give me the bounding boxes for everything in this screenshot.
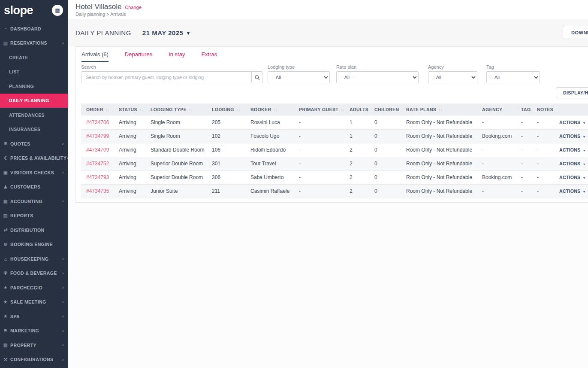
sidebar-item-food-beverage[interactable]: ΨFOOD & BEVERAGE› [0,266,68,281]
cell-lodging: 211 [207,184,245,198]
cell-lodging: 205 [207,116,245,129]
order-link[interactable]: #4734706 [86,119,109,125]
cell-lodging_type: Junior Suite [145,184,207,198]
sidebar-item-daily-planning[interactable]: DAILY PLANNING [0,94,68,108]
sidebar-item-reservations[interactable]: ▤RESERVATIONS› [0,36,68,51]
cell-tag: - [516,129,532,143]
slope-logo: slope [4,5,33,16]
sidebar-item-label: INSURANCES [9,127,40,132]
tab-arrivals-6[interactable]: Arrivals (6) [81,51,109,62]
tag-select[interactable]: -- All -- [486,71,540,83]
tag-filter-group: Tag-- All -- [486,64,540,83]
column-header-adults: ADULTS [344,103,369,116]
tab-departures[interactable]: Departures [125,51,152,62]
tag-label: Tag [486,64,540,70]
lodging-type-select[interactable]: -- All -- [268,71,330,83]
sidebar-item-marketing[interactable]: ⚑MARKETING› [0,324,68,338]
sidebar-item-insurances[interactable]: INSURANCES [0,122,68,137]
cell-order: #4734799 [81,129,114,143]
sidebar-item-parcheggio[interactable]: ★PARCHEGGIO› [0,280,68,295]
row-actions-button[interactable]: ACTIONS ▾ [559,175,585,180]
rate-plan-select[interactable]: -- All -- [336,71,419,83]
cell-agency: - [477,116,516,129]
order-link[interactable]: #4734799 [86,133,109,139]
column-header-booker[interactable]: BOOKER↑↓ [245,103,294,116]
order-link[interactable]: #4734735 [86,188,109,194]
sidebar-item-sale-meeting[interactable]: ★SALE MEETING› [0,295,68,310]
order-link[interactable]: #4734793 [86,174,109,180]
sidebar-item-reports[interactable]: ▥REPORTS [0,209,68,223]
sidebar-item-property[interactable]: ▦PROPERTY› [0,338,68,353]
sidebar-item-accounting[interactable]: ▦ACCOUNTING› [0,194,68,209]
cell-actions: ACTIONS ▾ [554,129,588,143]
sidebar-item-customers[interactable]: ♟CUSTOMERS [0,180,68,195]
column-header-lodging[interactable]: LODGING↑↓ [207,103,245,116]
caret-down-icon: ▼ [186,30,190,36]
tab-extras[interactable]: Extras [201,51,217,62]
row-actions-button[interactable]: ACTIONS ▾ [559,134,585,139]
search-button[interactable] [252,71,262,83]
search-input[interactable] [81,71,252,83]
prices-availability-icon: € [2,155,9,161]
row-actions-button[interactable]: ACTIONS ▾ [559,189,585,194]
cell-agency: Booking.com [477,129,516,143]
sidebar-item-label: PROPERTY [10,343,36,348]
row-actions-button[interactable]: ACTIONS ▾ [559,161,585,166]
column-header-order[interactable]: ORDER↑↓ [81,103,114,116]
sort-arrows-icon: ↑↓ [189,108,193,112]
caret-down-icon: ▾ [582,149,585,152]
cell-actions: ACTIONS ▾ [554,170,588,184]
column-header-rate_plans[interactable]: RATE PLANS↑↓ [401,103,477,116]
sort-arrows-icon: ↑↓ [274,108,278,112]
column-header-lodging_type[interactable]: LODGING TYPE↑↓ [145,103,207,116]
chevron-right-icon: › [62,328,64,333]
row-actions-button[interactable]: ACTIONS ▾ [559,120,585,125]
chevron-right-icon: › [62,285,64,290]
sidebar-item-distribution[interactable]: ⇄DISTRIBUTION [0,223,68,237]
column-header-status[interactable]: STATUS↑↓ [114,103,145,116]
sidebar-item-visitors-checks[interactable]: ▣VISITORS CHECKS› [0,165,68,180]
sidebar-item-label: VISITORS CHECKS [10,170,54,175]
sidebar-item-booking-engine[interactable]: ⚙BOOKING ENGINE [0,237,68,252]
column-header-actions [554,103,588,116]
sidebar-item-configurations[interactable]: ⚒CONFIGURATIONS› [0,353,68,367]
sidebar-item-prices-availability[interactable]: €PRICES & AVAILABILITY› [0,151,68,166]
cell-notes: - [532,116,554,129]
sidebar-item-housekeeping[interactable]: ⌂HOUSEKEEPING› [0,252,68,266]
sidebar-item-create[interactable]: CREATE [0,50,68,65]
column-header-primary_guest[interactable]: PRIMARY GUEST↑↓ [294,103,344,116]
download-button[interactable]: DOWNLOAD [563,26,588,39]
sidebar-item-quotes[interactable]: ✱QUOTES› [0,137,68,151]
sidebar-item-label: DAILY PLANNING [9,98,49,103]
top-header: Hotel Villasole Change Daily planning > … [68,0,588,19]
sidebar-item-dashboard[interactable]: ◔DASHBOARD [0,21,68,36]
sidebar-item-list[interactable]: LIST [0,65,68,79]
cell-adults: 1 [344,129,369,143]
cell-status: Arriving [114,157,145,170]
cell-lodging_type: Superior Double Room [145,157,207,170]
agency-select[interactable]: -- All -- [428,71,477,83]
sidebar-item-attendances[interactable]: ATTENDANCES [0,108,68,122]
cell-notes: - [532,157,554,170]
tab-in-stay[interactable]: In stay [169,51,185,62]
sort-arrows-icon: ↑↓ [106,108,110,112]
calendar-button[interactable]: ▦ [52,5,63,16]
table-body: #4734706ArrivingSingle Room205Rossini Lu… [81,116,588,198]
cell-adults: 2 [344,157,369,170]
display-hide-columns-button[interactable]: DISPLAY/HIDE [556,87,588,98]
arrivals-table-wrap: ORDER↑↓STATUS↑↓LODGING TYPE↑↓LODGING↑↓BO… [81,103,588,198]
chevron-down-icon: › [60,42,65,44]
cell-order: #4734706 [81,116,114,129]
row-actions-button[interactable]: ACTIONS ▾ [559,147,585,152]
caret-down-icon: ▾ [582,176,585,180]
cell-rate_plans: Room Only - Not Refundable [401,184,477,198]
date-picker[interactable]: 21 MAY 2025 ▼ [142,29,190,36]
cell-notes: - [532,143,554,157]
sidebar-item-spa[interactable]: ★SPA› [0,309,68,324]
order-link[interactable]: #4734709 [86,147,109,153]
order-link[interactable]: #4734752 [86,161,109,167]
change-property-link[interactable]: Change [125,5,142,10]
sidebar-item-planning[interactable]: PLANNING [0,79,68,94]
caret-down-icon: ▾ [582,162,585,166]
cell-lodging: 301 [207,157,245,170]
